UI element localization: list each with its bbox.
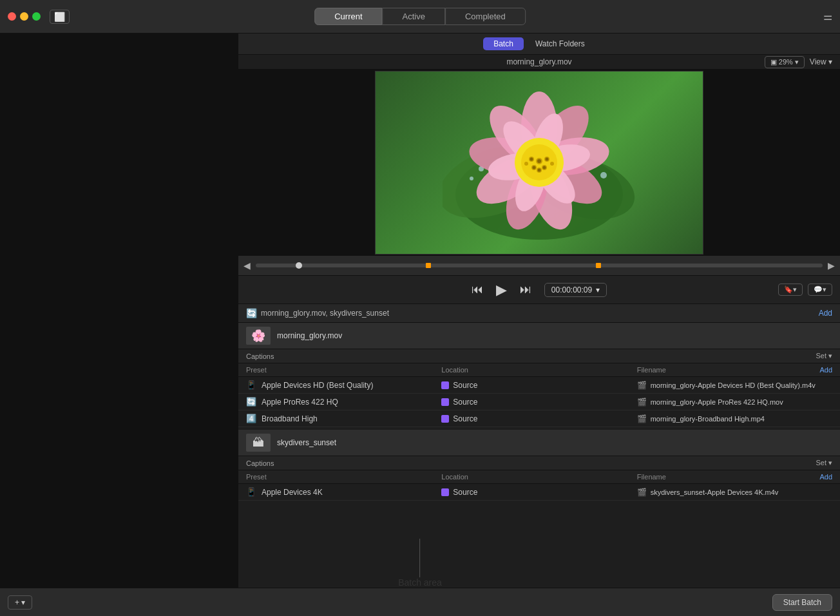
location-value: Source <box>453 488 477 497</box>
col-location-header-2: Location <box>441 473 636 481</box>
timecode-chevron: ▾ <box>596 285 600 294</box>
preset-icon-prores: 🔄 <box>246 397 256 407</box>
add-source-button[interactable]: + ▾ <box>8 595 32 610</box>
output-add-button-2[interactable]: Add <box>819 473 832 481</box>
captions-label-2: Captions <box>246 459 274 467</box>
svg-point-32 <box>530 158 533 161</box>
col-preset-header-1: Preset <box>246 366 441 374</box>
timeline-track[interactable] <box>256 264 823 267</box>
preset-cell: 4️⃣ Broadband High <box>246 414 441 423</box>
bottom-bar: + ▾ Batch area Start Batch <box>0 588 840 616</box>
location-cell: Source <box>441 381 636 390</box>
svg-point-31 <box>537 159 541 163</box>
filename-value: morning_glory-Apple ProRes 422 HQ.mov <box>651 398 783 406</box>
source-thumb-skydivers: 🏔 <box>246 434 271 452</box>
play-button[interactable]: ▶ <box>496 282 507 298</box>
playback-bar: ⏮ ▶ ⏭ 00:00:00:09 ▾ 🔖▾ 💬▾ <box>238 276 840 304</box>
timecode: 00:00:00:09 <box>551 285 592 294</box>
timeline-start-icon: ◀ <box>243 260 251 271</box>
zoom-button[interactable]: ▣ 29% ▾ <box>765 56 805 68</box>
filename-cell: 🎬 skydivers_sunset-Apple Devices 4K.m4v <box>637 488 832 497</box>
preset-icon-broadband: 4️⃣ <box>246 414 256 423</box>
table-row[interactable]: 📱 Apple Devices 4K Source 🎬 skydivers_su… <box>238 484 840 501</box>
filename-value: morning_glory-Apple Devices HD (Best Qua… <box>651 381 816 389</box>
preview-header: morning_glory.mov ▣ 29% ▾ View ▾ <box>238 55 840 70</box>
batch-add-button[interactable]: Add <box>819 309 832 318</box>
filename-cell: 🎬 morning_glory-Broadband High.mp4 <box>637 414 832 423</box>
timeline-marker-1 <box>426 263 431 268</box>
file-icon: 🎬 <box>637 488 647 497</box>
sidebar-toggle-button[interactable]: ⬜ <box>50 10 70 24</box>
filename-value: morning_glory-Broadband High.mp4 <box>651 415 765 423</box>
preset-cell: 🔄 Apple ProRes 422 HQ <box>246 397 441 407</box>
location-dot-icon <box>441 488 449 496</box>
filename-cell: 🎬 morning_glory-Apple ProRes 422 HQ.mov <box>637 398 832 407</box>
col-preset-header-2: Preset <box>246 473 441 481</box>
settings-icon[interactable]: ⚌ <box>823 10 832 23</box>
comment-button[interactable]: 💬▾ <box>808 284 832 296</box>
filename-cell: 🎬 morning_glory-Apple Devices HD (Best Q… <box>637 381 832 390</box>
tab-current[interactable]: Current <box>314 8 382 25</box>
file-icon: 🎬 <box>637 398 647 407</box>
preset-icon-4k: 📱 <box>246 487 256 497</box>
timeline-end-icon: ▶ <box>828 260 835 271</box>
file-icon: 🎬 <box>637 414 647 423</box>
timeline-bar[interactable]: ◀ ▶ <box>238 255 840 276</box>
captions-label-1: Captions <box>246 352 274 360</box>
time-display[interactable]: 00:00:00:09 ▾ <box>544 283 607 297</box>
minimize-button[interactable] <box>20 12 28 21</box>
col-location-header-1: Location <box>441 366 636 374</box>
tab-completed[interactable]: Completed <box>445 8 526 25</box>
svg-point-34 <box>533 166 536 169</box>
sync-icon: 🔄 <box>246 308 257 318</box>
view-button[interactable]: View ▾ <box>810 57 832 66</box>
svg-point-33 <box>546 158 549 161</box>
col-filename-header-1: Filename <box>637 366 666 374</box>
output-add-button-1[interactable]: Add <box>819 366 832 374</box>
titlebar: ⬜ Current Active Completed ⚌ <box>0 0 840 34</box>
table-row[interactable]: 🔄 Apple ProRes 422 HQ Source 🎬 morning_g… <box>238 394 840 410</box>
table-row[interactable]: 4️⃣ Broadband High Source 🎬 morning_glor… <box>238 410 840 427</box>
location-value: Source <box>453 414 477 423</box>
timeline-marker-2 <box>596 263 601 268</box>
preset-name: Apple Devices HD (Best Quality) <box>262 381 373 390</box>
lotus-flower-image <box>376 72 703 254</box>
subtab-watch-folders[interactable]: Watch Folders <box>525 37 595 50</box>
maximize-button[interactable] <box>32 12 41 21</box>
close-button[interactable] <box>8 12 16 21</box>
table-row[interactable]: 📱 Apple Devices HD (Best Quality) Source… <box>238 377 840 394</box>
zoom-value: 29% <box>779 58 793 66</box>
set-button-1[interactable]: Set ▾ <box>816 352 832 360</box>
preview-filename: morning_glory.mov <box>506 57 571 66</box>
preset-name: Apple ProRes 422 HQ <box>262 398 338 407</box>
table-header-2: Preset Location Filename Add <box>238 470 840 484</box>
location-dot-icon <box>441 398 449 406</box>
window-controls: ⬜ <box>8 10 70 24</box>
set-button-2[interactable]: Set ▾ <box>816 459 832 467</box>
tab-active[interactable]: Active <box>383 8 445 25</box>
location-value: Source <box>453 381 477 390</box>
tab-bar: Current Active Completed <box>314 8 526 25</box>
preset-name: Broadband High <box>262 414 318 423</box>
start-batch-button[interactable]: Start Batch <box>772 594 832 611</box>
filename-value: skydivers_sunset-Apple Devices 4K.m4v <box>651 488 779 496</box>
subtab-batch[interactable]: Batch <box>483 37 524 50</box>
timeline-thumb[interactable] <box>296 262 302 269</box>
source-name-morning-glory: morning_glory.mov <box>277 331 342 340</box>
batch-source-list-title: 🔄 morning_glory.mov, skydivers_sunset <box>246 308 389 318</box>
skip-forward-button[interactable]: ⏭ <box>520 283 531 296</box>
bookmark-button[interactable]: 🔖▾ <box>778 284 803 296</box>
location-dot-icon <box>441 381 449 389</box>
location-dot-icon <box>441 415 449 423</box>
location-cell: Source <box>441 398 636 407</box>
svg-point-35 <box>543 166 546 169</box>
batch-area: 🔄 morning_glory.mov, skydivers_sunset Ad… <box>238 304 840 588</box>
file-icon: 🎬 <box>637 381 647 390</box>
svg-point-30 <box>550 162 554 166</box>
svg-point-4 <box>470 177 473 180</box>
preset-name: Apple Devices 4K <box>262 488 323 497</box>
captions-row-1: Captions Set ▾ <box>238 349 840 363</box>
skip-back-button[interactable]: ⏮ <box>472 283 483 296</box>
preset-icon-phone: 📱 <box>246 380 256 390</box>
location-cell: Source <box>441 414 636 423</box>
